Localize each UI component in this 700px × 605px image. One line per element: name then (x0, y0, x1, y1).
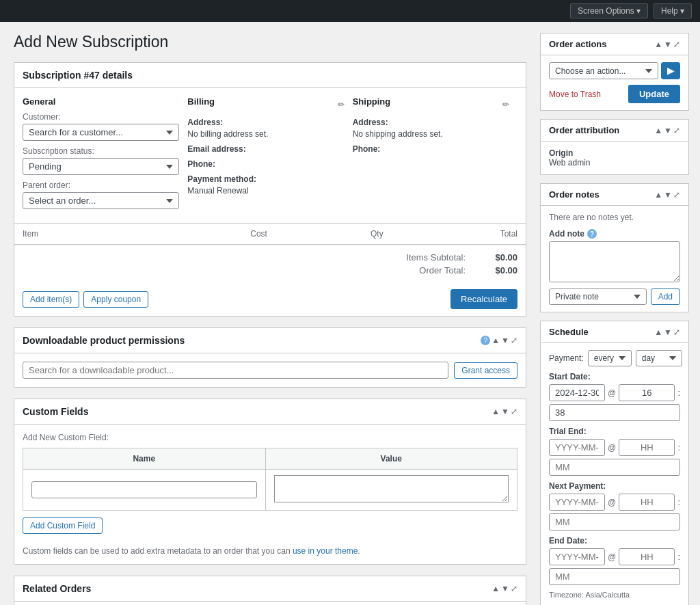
note-textarea[interactable] (549, 241, 680, 282)
status-label: Subscription status: (23, 146, 179, 156)
payment-frequency-select[interactable]: every (588, 350, 632, 366)
payment-period-select[interactable]: day week month year (636, 350, 682, 366)
add-items-button[interactable]: Add item(s) (23, 291, 79, 308)
custom-fields-up-icon[interactable]: ▲ (492, 407, 500, 416)
shipping-address-value: No shipping address set. (353, 129, 509, 139)
custom-field-name-input[interactable] (31, 481, 257, 498)
custom-fields-collapse: ▲ ▼ ⤢ (492, 407, 517, 416)
trial-hour-input[interactable] (619, 439, 675, 456)
order-notes-title: Order notes (549, 189, 600, 200)
items-actions-row: Add item(s) Apply coupon Recalculate (14, 282, 526, 316)
schedule-down-icon[interactable]: ▼ (664, 328, 672, 336)
subtotal-label: Items Subtotal: (383, 252, 466, 263)
order-total-label: Order Total: (383, 265, 466, 275)
trial-minute-input[interactable] (549, 459, 680, 476)
help-button[interactable]: Help ▾ (654, 3, 692, 18)
order-actions-header: Order actions ▲ ▼ ⤢ (541, 33, 688, 55)
custom-field-value-input[interactable] (274, 475, 509, 502)
subtotal-value: $0.00 (476, 252, 517, 263)
screen-options-button[interactable]: Screen Options ▾ (570, 3, 648, 18)
downloadable-down-icon[interactable]: ▼ (501, 336, 509, 345)
custom-fields-table: Name Value (23, 448, 517, 511)
order-attribution-body: Origin Web admin (541, 142, 688, 174)
end-date-input[interactable] (549, 548, 605, 565)
update-button[interactable]: Update (628, 85, 680, 103)
parent-order-select[interactable]: Select an order... (23, 192, 179, 209)
move-to-trash-link[interactable]: Move to Trash (549, 90, 601, 99)
order-notes-down-icon[interactable]: ▼ (664, 191, 672, 199)
add-custom-field-button[interactable]: Add Custom Field (23, 517, 103, 534)
schedule-expand-icon[interactable]: ⤢ (673, 328, 680, 336)
billing-email-label: Email address: (187, 144, 344, 154)
downloadable-search-input[interactable] (23, 362, 448, 379)
end-hour-input[interactable] (619, 548, 675, 565)
start-hour-input[interactable] (619, 384, 675, 401)
end-colon: : (677, 552, 680, 562)
start-date-input[interactable] (549, 384, 605, 401)
order-actions-up-icon[interactable]: ▲ (654, 40, 662, 49)
payment-label: Payment: (549, 353, 584, 363)
note-type-select[interactable]: Private note Note to customer (549, 288, 647, 305)
order-total-line: Order Total: $0.00 (23, 264, 517, 277)
order-actions-title: Order actions (549, 39, 607, 49)
related-orders-down-icon[interactable]: ▼ (501, 584, 509, 593)
order-attribution-metabox: Order attribution ▲ ▼ ⤢ Origin Web admin (540, 119, 689, 175)
trial-end-label: Trial End: (549, 427, 680, 436)
order-actions-expand-icon[interactable]: ⤢ (673, 40, 680, 49)
billing-edit-icon[interactable]: ✏ (338, 100, 345, 109)
billing-section: Billing ✏ Address: No billing address se… (187, 96, 352, 215)
custom-fields-body: Add New Custom Field: Name Value (14, 425, 526, 564)
add-note-button[interactable]: Add (651, 288, 680, 305)
order-actions-down-icon[interactable]: ▼ (664, 40, 672, 49)
recalculate-button[interactable]: Recalculate (450, 289, 517, 309)
downloadable-collapse: ? ▲ ▼ ⤢ (481, 336, 517, 345)
customer-select[interactable]: Search for a customer... (23, 124, 179, 141)
apply-coupon-button[interactable]: Apply coupon (83, 291, 148, 308)
customer-field: Customer: Search for a customer... (23, 112, 179, 141)
related-orders-expand-icon[interactable]: ⤢ (511, 584, 517, 593)
start-minute-input[interactable] (549, 404, 680, 421)
next-date-input[interactable] (549, 494, 605, 511)
items-table: Item Cost Qty Total (14, 224, 526, 245)
add-new-custom-field-label: Add New Custom Field: (23, 433, 517, 442)
billing-phone-field: Phone: (187, 159, 344, 169)
items-section: Item Cost Qty Total Items Subtotal: $0.0… (14, 223, 526, 316)
schedule-collapse: ▲ ▼ ⤢ (654, 328, 680, 336)
add-note-help-icon[interactable]: ? (587, 229, 597, 239)
action-select-row: Choose an action... Email invoice / orde… (549, 62, 680, 79)
order-action-select[interactable]: Choose an action... Email invoice / orde… (549, 62, 658, 79)
order-attribution-up-icon[interactable]: ▲ (654, 126, 662, 135)
custom-fields-expand-icon[interactable]: ⤢ (511, 407, 517, 416)
general-section: General Customer: Search for a customer.… (23, 96, 187, 215)
use-in-theme-link[interactable]: use in your theme (293, 546, 358, 556)
related-orders-up-icon[interactable]: ▲ (492, 584, 500, 593)
order-attribution-down-icon[interactable]: ▼ (664, 126, 672, 135)
end-minute-input[interactable] (549, 568, 680, 585)
end-date-inputs: @ : (549, 548, 680, 565)
order-notes-expand-icon[interactable]: ⤢ (673, 191, 680, 199)
next-minute-input[interactable] (549, 513, 680, 530)
trial-date-input[interactable] (549, 439, 605, 456)
next-hour-input[interactable] (619, 494, 675, 511)
shipping-edit-icon[interactable]: ✏ (502, 100, 509, 109)
col-order-number: Order Number (14, 602, 163, 605)
general-label: General (23, 96, 179, 107)
search-grant-row: Grant access (23, 362, 517, 379)
downloadable-help-icon[interactable]: ? (481, 336, 490, 345)
downloadable-up-icon[interactable]: ▲ (492, 336, 500, 345)
downloadable-expand-icon[interactable]: ⤢ (511, 336, 517, 345)
start-colon: : (677, 388, 680, 398)
col-cost-header: Cost (143, 224, 275, 245)
grant-access-button[interactable]: Grant access (454, 362, 517, 379)
top-bar: Screen Options ▾ Help ▾ (0, 0, 700, 22)
custom-fields-down-icon[interactable]: ▼ (501, 407, 509, 416)
next-payment-inputs: @ : (549, 494, 680, 511)
status-select[interactable]: Pending Active On Hold Cancelled Expired (23, 158, 179, 175)
update-row: Move to Trash Update (549, 85, 680, 103)
order-attribution-expand-icon[interactable]: ⤢ (673, 126, 680, 135)
custom-fields-title: Custom Fields (23, 406, 88, 417)
schedule-up-icon[interactable]: ▲ (654, 328, 662, 336)
order-action-go-button[interactable]: ▶ (661, 62, 680, 79)
start-at-sign: @ (608, 388, 616, 398)
order-notes-up-icon[interactable]: ▲ (654, 191, 662, 199)
